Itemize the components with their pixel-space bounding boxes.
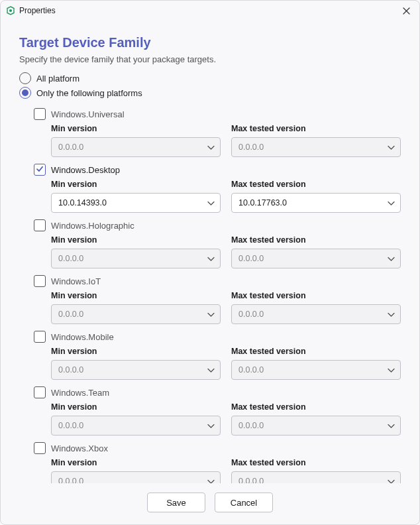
radio-all-platform[interactable]: All platform [19,72,401,84]
combo-value: 0.0.0.0 [58,310,83,319]
family-cols: Min version0.0.0.0Max tested version0.0.… [34,234,401,268]
max-version-label: Max tested version [231,180,401,189]
max-version-combo-mobile[interactable]: 0.0.0.0 [231,360,401,380]
max-version-label: Max tested version [231,235,401,245]
close-button[interactable] [399,4,413,17]
combo-value: 0.0.0.0 [238,143,264,152]
family-head: Windows.Mobile [34,331,401,343]
max-version-col: Max tested version10.0.17763.0 [231,178,401,213]
chevron-down-icon [388,310,395,320]
min-version-combo-xbox[interactable]: 0.0.0.0 [51,471,221,483]
radio-label: Only the following platforms [36,88,142,98]
max-version-combo-holographic[interactable]: 0.0.0.0 [231,249,401,268]
combo-value: 0.0.0.0 [238,477,264,483]
min-version-label: Min version [51,347,221,356]
families-list: Windows.UniversalMin version0.0.0.0Max t… [19,101,401,483]
combo-value: 0.0.0.0 [58,421,83,430]
radio-label: All platform [36,74,79,84]
max-version-combo-desktop[interactable]: 10.0.17763.0 [231,193,401,213]
combo-value: 0.0.0.0 [238,421,264,430]
family-name-label: Windows.Universal [51,109,125,119]
page-heading: Target Device Family [19,35,401,50]
chevron-down-icon [388,365,395,375]
content: Target Device Family Specify the device … [1,21,419,483]
chevron-down-icon [388,198,395,208]
family-name-label: Windows.IoT [51,276,101,286]
chevron-down-icon [207,198,215,208]
checkbox-desktop[interactable] [34,164,46,176]
family-cols: Min version0.0.0.0Max tested version0.0.… [34,345,401,380]
max-version-col: Max tested version0.0.0.0 [231,401,401,436]
max-version-label: Max tested version [231,402,401,412]
max-version-label: Max tested version [231,347,401,356]
max-version-combo-iot[interactable]: 0.0.0.0 [231,304,401,324]
radio-icon [19,87,31,99]
combo-value: 0.0.0.0 [58,477,83,483]
save-button[interactable]: Save [147,493,205,512]
radio-icon [19,72,31,84]
svg-point-0 [9,9,12,12]
min-version-col: Min version0.0.0.0 [51,401,221,436]
family-cols: Min version0.0.0.0Max tested version0.0.… [34,401,401,436]
max-version-label: Max tested version [231,291,401,300]
max-version-col: Max tested version0.0.0.0 [231,290,401,324]
checkbox-team[interactable] [34,386,46,398]
max-version-combo-universal[interactable]: 0.0.0.0 [231,137,401,157]
min-version-combo-iot[interactable]: 0.0.0.0 [51,304,221,324]
min-version-combo-holographic[interactable]: 0.0.0.0 [51,249,221,268]
family-name-label: Windows.Desktop [51,165,120,175]
checkbox-holographic[interactable] [34,219,46,231]
chevron-down-icon [388,254,395,264]
combo-value: 0.0.0.0 [238,365,264,375]
family-head: Windows.Desktop [34,164,401,176]
max-version-label: Max tested version [231,458,401,467]
cancel-button[interactable]: Cancel [215,493,273,512]
chevron-down-icon [207,365,215,375]
combo-value: 0.0.0.0 [238,310,264,319]
chevron-down-icon [388,143,395,152]
combo-value: 0.0.0.0 [238,254,264,263]
max-version-col: Max tested version0.0.0.0 [231,457,401,483]
min-version-combo-mobile[interactable]: 0.0.0.0 [51,360,221,380]
radio-only-following[interactable]: Only the following platforms [19,87,401,99]
family-head: Windows.Holographic [34,219,401,231]
checkbox-mobile[interactable] [34,331,46,343]
chevron-down-icon [207,477,215,484]
app-icon [6,6,15,15]
chevron-down-icon [388,421,395,431]
max-version-col: Max tested version0.0.0.0 [231,123,401,157]
max-version-combo-xbox[interactable]: 0.0.0.0 [231,471,401,483]
family-name-label: Windows.Holographic [51,221,134,231]
min-version-col: Min version0.0.0.0 [51,457,221,483]
min-version-label: Min version [51,458,221,467]
family-head: Windows.Universal [34,108,401,120]
max-version-label: Max tested version [231,124,401,133]
checkbox-iot[interactable] [34,275,46,287]
combo-value: 0.0.0.0 [58,254,83,263]
combo-value: 10.0.14393.0 [58,198,107,207]
checkbox-universal[interactable] [34,108,46,120]
min-version-col: Min version0.0.0.0 [51,123,221,157]
min-version-combo-desktop[interactable]: 10.0.14393.0 [51,193,221,213]
checkbox-xbox[interactable] [34,442,46,454]
family-head: Windows.IoT [34,275,401,287]
family-team: Windows.TeamMin version0.0.0.0Max tested… [34,386,401,436]
family-name-label: Windows.Mobile [51,332,114,342]
family-cols: Min version0.0.0.0Max tested version0.0.… [34,457,401,483]
chevron-down-icon [207,143,215,152]
combo-value: 0.0.0.0 [58,143,83,152]
min-version-label: Min version [51,235,221,245]
min-version-label: Min version [51,402,221,412]
min-version-col: Min version0.0.0.0 [51,290,221,324]
min-version-label: Min version [51,291,221,300]
min-version-label: Min version [51,180,221,189]
family-universal: Windows.UniversalMin version0.0.0.0Max t… [34,108,401,157]
min-version-combo-team[interactable]: 0.0.0.0 [51,416,221,436]
combo-value: 0.0.0.0 [58,365,83,375]
min-version-combo-universal[interactable]: 0.0.0.0 [51,137,221,157]
max-version-combo-team[interactable]: 0.0.0.0 [231,416,401,436]
close-icon [403,7,410,15]
family-desktop: Windows.DesktopMin version10.0.14393.0Ma… [34,164,401,213]
check-icon [36,165,44,175]
family-mobile: Windows.MobileMin version0.0.0.0Max test… [34,331,401,380]
